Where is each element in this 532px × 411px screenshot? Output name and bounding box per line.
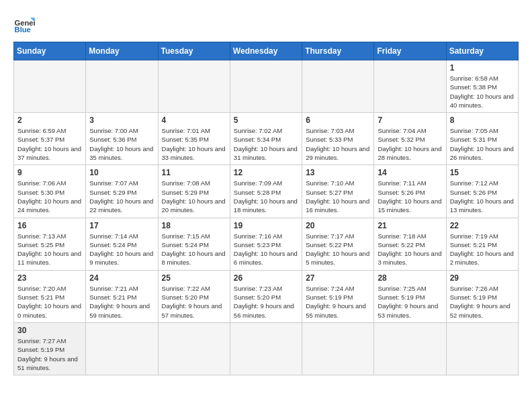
day-number: 10 (89, 168, 154, 177)
calendar-cell (86, 322, 158, 375)
day-number: 21 (378, 221, 442, 230)
day-header-monday: Monday (86, 42, 158, 60)
day-number: 25 (162, 273, 226, 283)
day-info: Sunrise: 7:19 AMSunset: 5:21 PMDaylight:… (450, 232, 515, 267)
svg-text:Blue: Blue (15, 26, 31, 34)
day-info: Sunrise: 7:23 AMSunset: 5:20 PMDaylight:… (234, 284, 298, 320)
day-number: 30 (17, 326, 82, 335)
day-number: 20 (306, 221, 370, 230)
calendar-cell: 29Sunrise: 7:26 AMSunset: 5:19 PMDayligh… (446, 270, 518, 322)
day-info: Sunrise: 7:14 AMSunset: 5:24 PMDaylight:… (89, 232, 154, 267)
calendar-header-row: SundayMondayTuesdayWednesdayThursdayFrid… (14, 42, 519, 60)
day-header-thursday: Thursday (302, 42, 374, 60)
day-info: Sunrise: 7:20 AMSunset: 5:21 PMDaylight:… (17, 284, 82, 320)
day-info: Sunrise: 7:10 AMSunset: 5:27 PMDaylight:… (306, 179, 370, 214)
calendar-cell: 10Sunrise: 7:07 AMSunset: 5:29 PMDayligh… (86, 165, 158, 218)
calendar-cell (302, 322, 374, 375)
day-number: 12 (234, 168, 298, 177)
calendar-cell: 26Sunrise: 7:23 AMSunset: 5:20 PMDayligh… (230, 270, 302, 322)
day-info: Sunrise: 7:08 AMSunset: 5:29 PMDaylight:… (162, 179, 226, 214)
day-header-wednesday: Wednesday (230, 42, 302, 60)
day-info: Sunrise: 7:06 AMSunset: 5:30 PMDaylight:… (17, 179, 82, 214)
calendar-cell: 24Sunrise: 7:21 AMSunset: 5:21 PMDayligh… (86, 270, 158, 322)
day-number: 8 (450, 116, 515, 125)
day-number: 7 (378, 116, 442, 125)
day-info: Sunrise: 7:16 AMSunset: 5:23 PMDaylight:… (234, 232, 298, 267)
day-info: Sunrise: 7:22 AMSunset: 5:20 PMDaylight:… (162, 284, 226, 320)
calendar-cell: 30Sunrise: 7:27 AMSunset: 5:19 PMDayligh… (14, 322, 86, 375)
day-number: 19 (234, 221, 298, 230)
day-number: 1 (450, 63, 515, 73)
calendar-cell: 15Sunrise: 7:12 AMSunset: 5:26 PMDayligh… (446, 165, 518, 218)
day-number: 3 (89, 116, 154, 125)
calendar-cell (302, 60, 374, 113)
calendar-cell: 2Sunrise: 6:59 AMSunset: 5:37 PMDaylight… (14, 113, 86, 165)
day-info: Sunrise: 7:11 AMSunset: 5:26 PMDaylight:… (378, 179, 442, 214)
day-info: Sunrise: 6:58 AMSunset: 5:38 PMDaylight:… (450, 74, 515, 109)
calendar-cell: 21Sunrise: 7:18 AMSunset: 5:22 PMDayligh… (374, 218, 446, 270)
day-info: Sunrise: 7:18 AMSunset: 5:22 PMDaylight:… (378, 232, 442, 267)
calendar-cell: 6Sunrise: 7:03 AMSunset: 5:33 PMDaylight… (302, 113, 374, 165)
calendar-cell: 28Sunrise: 7:25 AMSunset: 5:19 PMDayligh… (374, 270, 446, 322)
calendar-week-row: 23Sunrise: 7:20 AMSunset: 5:21 PMDayligh… (14, 270, 519, 322)
day-number: 9 (17, 168, 82, 177)
calendar-cell: 4Sunrise: 7:01 AMSunset: 5:35 PMDaylight… (158, 113, 230, 165)
calendar-cell: 20Sunrise: 7:17 AMSunset: 5:22 PMDayligh… (302, 218, 374, 270)
day-number: 2 (17, 116, 82, 125)
day-info: Sunrise: 6:59 AMSunset: 5:37 PMDaylight:… (17, 126, 82, 162)
calendar-cell: 14Sunrise: 7:11 AMSunset: 5:26 PMDayligh… (374, 165, 446, 218)
calendar-cell: 17Sunrise: 7:14 AMSunset: 5:24 PMDayligh… (86, 218, 158, 270)
calendar-cell: 3Sunrise: 7:00 AMSunset: 5:36 PMDaylight… (86, 113, 158, 165)
day-number: 13 (306, 168, 370, 177)
calendar-cell (158, 322, 230, 375)
day-info: Sunrise: 7:27 AMSunset: 5:19 PMDaylight:… (17, 336, 82, 372)
calendar-week-row: 1Sunrise: 6:58 AMSunset: 5:38 PMDaylight… (14, 60, 519, 113)
day-info: Sunrise: 7:02 AMSunset: 5:34 PMDaylight:… (234, 126, 298, 162)
day-number: 23 (17, 273, 82, 283)
day-header-sunday: Sunday (14, 42, 86, 60)
calendar-cell: 13Sunrise: 7:10 AMSunset: 5:27 PMDayligh… (302, 165, 374, 218)
calendar-cell (14, 60, 86, 113)
calendar-cell: 19Sunrise: 7:16 AMSunset: 5:23 PMDayligh… (230, 218, 302, 270)
day-number: 16 (17, 221, 82, 230)
calendar-cell: 25Sunrise: 7:22 AMSunset: 5:20 PMDayligh… (158, 270, 230, 322)
calendar-cell (374, 322, 446, 375)
day-number: 14 (378, 168, 442, 177)
day-info: Sunrise: 7:05 AMSunset: 5:31 PMDaylight:… (450, 126, 515, 162)
calendar-cell: 27Sunrise: 7:24 AMSunset: 5:19 PMDayligh… (302, 270, 374, 322)
calendar-cell: 7Sunrise: 7:04 AMSunset: 5:32 PMDaylight… (374, 113, 446, 165)
day-info: Sunrise: 7:26 AMSunset: 5:19 PMDaylight:… (450, 284, 515, 320)
day-number: 27 (306, 273, 370, 283)
day-info: Sunrise: 7:15 AMSunset: 5:24 PMDaylight:… (162, 232, 226, 267)
calendar-cell (86, 60, 158, 113)
day-info: Sunrise: 7:21 AMSunset: 5:21 PMDaylight:… (89, 284, 154, 320)
calendar-week-row: 16Sunrise: 7:13 AMSunset: 5:25 PMDayligh… (14, 218, 519, 270)
calendar-cell: 8Sunrise: 7:05 AMSunset: 5:31 PMDaylight… (446, 113, 518, 165)
calendar-cell: 11Sunrise: 7:08 AMSunset: 5:29 PMDayligh… (158, 165, 230, 218)
calendar-cell: 9Sunrise: 7:06 AMSunset: 5:30 PMDaylight… (14, 165, 86, 218)
calendar-week-row: 9Sunrise: 7:06 AMSunset: 5:30 PMDaylight… (14, 165, 519, 218)
day-number: 22 (450, 221, 515, 230)
day-info: Sunrise: 7:17 AMSunset: 5:22 PMDaylight:… (306, 232, 370, 267)
page-header: General Blue (13, 13, 519, 35)
calendar-cell (230, 322, 302, 375)
logo: General Blue (13, 13, 39, 35)
calendar-table: SundayMondayTuesdayWednesdayThursdayFrid… (13, 42, 519, 375)
calendar-cell: 23Sunrise: 7:20 AMSunset: 5:21 PMDayligh… (14, 270, 86, 322)
day-number: 4 (162, 116, 226, 125)
calendar-cell (374, 60, 446, 113)
day-number: 26 (234, 273, 298, 283)
logo-icon: General Blue (13, 13, 35, 35)
calendar-cell: 18Sunrise: 7:15 AMSunset: 5:24 PMDayligh… (158, 218, 230, 270)
calendar-cell (230, 60, 302, 113)
day-number: 6 (306, 116, 370, 125)
calendar-cell (158, 60, 230, 113)
day-info: Sunrise: 7:25 AMSunset: 5:19 PMDaylight:… (378, 284, 442, 320)
day-info: Sunrise: 7:24 AMSunset: 5:19 PMDaylight:… (306, 284, 370, 320)
day-number: 18 (162, 221, 226, 230)
day-info: Sunrise: 7:03 AMSunset: 5:33 PMDaylight:… (306, 126, 370, 162)
day-header-saturday: Saturday (446, 42, 518, 60)
day-number: 28 (378, 273, 442, 283)
day-info: Sunrise: 7:12 AMSunset: 5:26 PMDaylight:… (450, 179, 515, 214)
day-info: Sunrise: 7:09 AMSunset: 5:28 PMDaylight:… (234, 179, 298, 214)
